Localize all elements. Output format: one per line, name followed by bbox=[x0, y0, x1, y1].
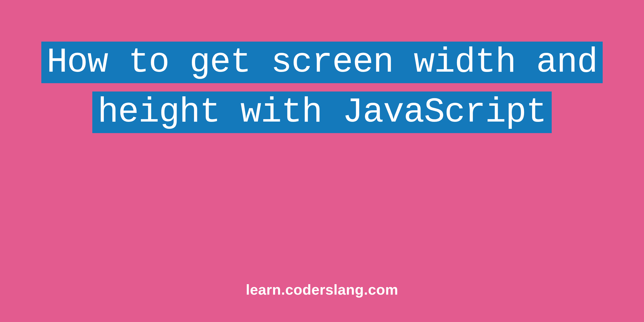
site-url: learn.coderslang.com bbox=[246, 281, 398, 298]
article-title: How to get screen width and height with … bbox=[41, 42, 603, 133]
title-container: How to get screen width and height with … bbox=[0, 38, 644, 137]
footer: learn.coderslang.com bbox=[0, 281, 644, 298]
